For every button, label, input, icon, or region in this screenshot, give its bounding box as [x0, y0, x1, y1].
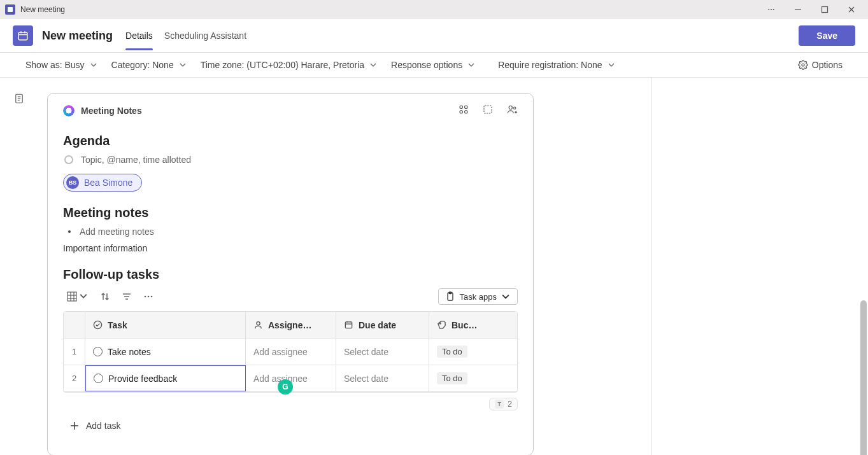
page-title: New meeting	[42, 29, 113, 43]
col-due[interactable]: Due date	[336, 312, 429, 338]
svg-rect-24	[68, 292, 76, 301]
timezone-label: Time zone: (UTC+02:00) Harare, Pretoria	[201, 60, 364, 70]
save-button[interactable]: Save	[799, 25, 855, 46]
task-cell[interactable]: Take notes	[85, 339, 246, 365]
col-task-label: Task	[108, 320, 127, 330]
calendar-icon	[13, 25, 33, 46]
tasks-toolbar: Task apps	[63, 288, 518, 305]
col-bucket-label: Buc…	[452, 320, 477, 330]
tab-details[interactable]: Details	[125, 22, 153, 50]
task-complete-circle[interactable]	[93, 347, 103, 356]
agenda-heading: Agenda	[63, 134, 518, 148]
col-number	[64, 312, 85, 338]
mention-chip[interactable]: BS Bea Simone	[63, 174, 142, 192]
minimize-button[interactable]	[792, 3, 804, 16]
clipboard-icon	[445, 291, 455, 302]
svg-point-34	[151, 296, 153, 298]
agenda-placeholder: Topic, @name, time allotted	[81, 155, 191, 165]
category-label: Category: None	[111, 60, 174, 70]
svg-point-43	[439, 323, 441, 324]
chevron-down-icon	[179, 61, 187, 69]
header-tabs: Details Scheduling Assistant	[125, 22, 246, 50]
svg-point-19	[465, 111, 468, 114]
tab-scheduling-assistant[interactable]: Scheduling Assistant	[164, 22, 246, 50]
right-panel	[651, 78, 868, 455]
col-assignee[interactable]: Assigne…	[246, 312, 336, 338]
bucket-cell[interactable]: To do	[429, 365, 485, 391]
share-people-icon[interactable]	[506, 104, 518, 117]
window-titlebar: New meeting	[0, 0, 868, 19]
task-complete-circle[interactable]	[94, 374, 103, 383]
svg-rect-20	[484, 106, 492, 113]
svg-point-11	[802, 64, 804, 66]
task-title: Take notes	[108, 347, 151, 357]
svg-point-2	[773, 9, 774, 10]
task-cell[interactable]	[85, 365, 246, 391]
row-number: 1	[64, 339, 85, 365]
plus-icon	[69, 421, 80, 431]
svg-rect-4	[822, 7, 828, 13]
meeting-note-text[interactable]: Important information	[63, 243, 518, 253]
teams-app-icon	[5, 4, 15, 15]
show-as-label: Show as: Busy	[25, 60, 85, 70]
gear-icon	[798, 60, 808, 70]
svg-point-17	[465, 106, 468, 109]
close-button[interactable]	[845, 3, 858, 16]
expand-icon[interactable]	[482, 104, 494, 117]
options-bar: Show as: Busy Category: None Time zone: …	[0, 53, 868, 78]
filter-icon[interactable]	[122, 291, 132, 302]
task-input[interactable]	[108, 374, 238, 384]
svg-point-23	[515, 111, 516, 113]
task-apps-button[interactable]: Task apps	[438, 288, 518, 305]
notes-component-title: Meeting Notes	[81, 106, 142, 116]
grammarly-icon[interactable]: G	[278, 379, 293, 395]
svg-point-32	[145, 296, 146, 298]
bucket-cell[interactable]: To do	[429, 339, 485, 365]
status-badge: To do	[437, 372, 467, 384]
timezone-dropdown[interactable]: Time zone: (UTC+02:00) Harare, Pretoria	[201, 60, 377, 70]
chevron-down-icon	[90, 61, 97, 69]
chevron-down-icon	[467, 61, 475, 69]
options-button[interactable]: Options	[798, 60, 843, 70]
assignee-cell[interactable]: Add assignee	[246, 339, 336, 365]
col-task[interactable]: Task	[85, 312, 246, 338]
loop-icon	[63, 105, 75, 116]
more-icon[interactable]	[143, 291, 153, 302]
keyboard-shortcuts-icon[interactable]	[458, 104, 469, 117]
options-label: Options	[812, 60, 843, 70]
grid-view-icon[interactable]	[67, 291, 89, 302]
meeting-notes-bullet[interactable]: Add meeting notes	[68, 227, 518, 237]
task-apps-label: Task apps	[459, 292, 497, 302]
meeting-notes-placeholder: Add meeting notes	[80, 227, 154, 237]
meeting-notes-card: Meeting Notes Agenda Top	[47, 93, 534, 455]
col-assignee-label: Assigne…	[268, 320, 311, 330]
chevron-down-icon	[369, 61, 377, 69]
radio-circle-icon[interactable]	[64, 155, 73, 164]
notes-gutter-icon[interactable]	[0, 78, 38, 455]
maximize-button[interactable]	[818, 3, 831, 16]
sort-icon[interactable]	[100, 291, 110, 302]
due-cell[interactable]: Select date	[336, 339, 429, 365]
svg-point-1	[771, 9, 772, 10]
bullet-icon	[68, 230, 71, 233]
svg-point-38	[257, 322, 260, 325]
svg-point-21	[509, 106, 512, 109]
scrollbar-thumb[interactable]	[860, 300, 867, 455]
agenda-item[interactable]: Topic, @name, time allotted	[64, 155, 518, 165]
table-row: 1 Take notes Add assignee Select date To…	[64, 339, 517, 365]
show-as-dropdown[interactable]: Show as: Busy	[25, 60, 97, 70]
status-badge: To do	[437, 346, 467, 358]
response-options-label: Response options	[391, 60, 462, 70]
more-icon[interactable]	[765, 3, 778, 16]
add-task-label: Add task	[86, 421, 120, 431]
col-bucket[interactable]: Buc…	[429, 312, 485, 338]
registration-dropdown[interactable]: Require registration: None	[498, 60, 615, 70]
svg-point-18	[460, 111, 463, 114]
due-cell[interactable]: Select date	[336, 365, 429, 391]
mention-name: Bea Simone	[84, 178, 132, 188]
response-options-dropdown[interactable]: Response options	[391, 60, 475, 70]
add-task-button[interactable]: Add task	[63, 421, 518, 431]
svg-point-22	[513, 107, 515, 109]
tasks-table: Task Assigne… Due date Buc…	[63, 311, 518, 393]
category-dropdown[interactable]: Category: None	[111, 60, 187, 70]
